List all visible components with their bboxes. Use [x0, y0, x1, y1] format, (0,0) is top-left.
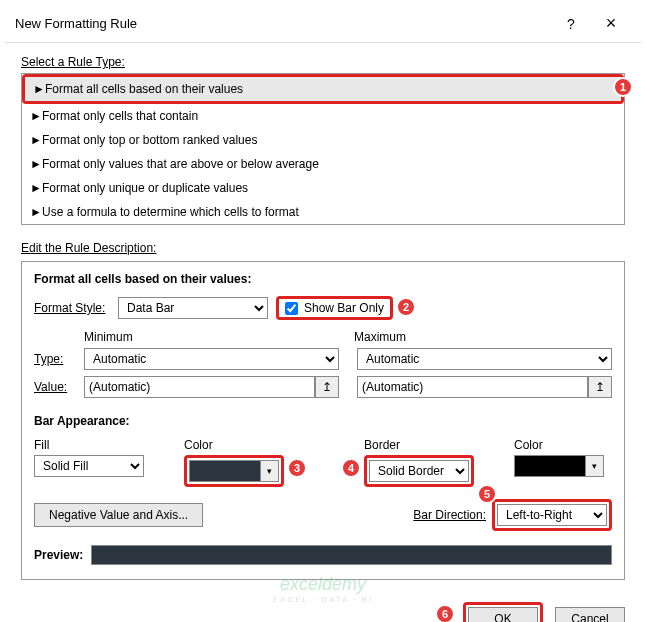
rule-type-list: ►Format all cells based on their values … [21, 73, 625, 225]
show-bar-only-wrap: Show Bar Only 2 [276, 296, 393, 320]
dialog-content: Select a Rule Type: ►Format all cells ba… [5, 43, 641, 592]
maximum-value-input[interactable] [357, 376, 588, 398]
border-color-label: Color [514, 438, 604, 452]
dialog-footer: exceldemy EXCEL · DATA · BI 6 OK Cancel [5, 592, 641, 622]
rule-type-item[interactable]: ►Format only unique or duplicate values [22, 176, 624, 200]
rule-type-item[interactable]: ►Format all cells based on their values [25, 77, 621, 101]
maximum-type-select[interactable]: Automatic [357, 348, 612, 370]
maximum-header: Maximum [354, 330, 612, 344]
border-select[interactable]: Solid Border [369, 460, 469, 482]
bar-direction-label: Bar Direction: [413, 508, 486, 522]
callout-badge-1: 1 [613, 77, 633, 97]
rule-type-item[interactable]: ►Use a formula to determine which cells … [22, 200, 624, 224]
fill-color-select[interactable] [189, 460, 279, 482]
close-icon[interactable]: × [591, 13, 631, 34]
fill-select[interactable]: Solid Fill [34, 455, 144, 477]
arrow-icon: ► [30, 205, 42, 219]
chevron-down-icon [585, 456, 603, 476]
help-icon[interactable]: ? [551, 16, 591, 32]
titlebar: New Formatting Rule ? × [5, 5, 641, 43]
new-formatting-rule-dialog: New Formatting Rule ? × Select a Rule Ty… [5, 5, 641, 617]
callout-badge-5: 5 [477, 484, 497, 504]
range-picker-icon[interactable] [588, 376, 612, 398]
ok-button[interactable]: OK [468, 607, 538, 622]
border-label: Border [364, 438, 474, 452]
minimum-header: Minimum [84, 330, 342, 344]
minimum-value-input[interactable] [84, 376, 315, 398]
dialog-title: New Formatting Rule [15, 16, 551, 31]
rule-type-item[interactable]: ►Format only top or bottom ranked values [22, 128, 624, 152]
bar-direction-select[interactable]: Left-to-Right [497, 504, 607, 526]
arrow-icon: ► [30, 181, 42, 195]
format-style-select[interactable]: Data Bar [118, 297, 268, 319]
value-label: Value: [34, 380, 78, 394]
rule-type-item[interactable]: ►Format only cells that contain [22, 104, 624, 128]
range-picker-icon[interactable] [315, 376, 339, 398]
preview-bar [91, 545, 612, 565]
cancel-button[interactable]: Cancel [555, 607, 625, 622]
rule-description-box: Format all cells based on their values: … [21, 261, 625, 580]
format-all-cells-header: Format all cells based on their values: [34, 272, 612, 286]
bar-appearance-header: Bar Appearance: [34, 414, 612, 428]
border-color-select[interactable] [514, 455, 604, 477]
edit-rule-description-label: Edit the Rule Description: [21, 241, 625, 255]
arrow-icon: ► [30, 157, 42, 171]
rule-type-item[interactable]: ►Format only values that are above or be… [22, 152, 624, 176]
callout-badge-6: 6 [435, 604, 455, 622]
chevron-down-icon [260, 461, 278, 481]
select-rule-type-label: Select a Rule Type: [21, 55, 625, 69]
callout-badge-3: 3 [287, 458, 307, 478]
fill-label: Fill [34, 438, 144, 452]
type-label: Type: [34, 352, 78, 366]
callout-badge-2: 2 [396, 297, 416, 317]
show-bar-only-checkbox[interactable] [285, 302, 298, 315]
minimum-type-select[interactable]: Automatic [84, 348, 339, 370]
arrow-icon: ► [30, 109, 42, 123]
negative-value-axis-button[interactable]: Negative Value and Axis... [34, 503, 203, 527]
callout-badge-4: 4 [341, 458, 361, 478]
preview-label: Preview: [34, 548, 83, 562]
arrow-icon: ► [30, 133, 42, 147]
arrow-icon: ► [33, 82, 45, 96]
fill-color-label: Color [184, 438, 284, 452]
show-bar-only-label: Show Bar Only [304, 301, 384, 315]
format-style-label: Format Style: [34, 301, 110, 315]
